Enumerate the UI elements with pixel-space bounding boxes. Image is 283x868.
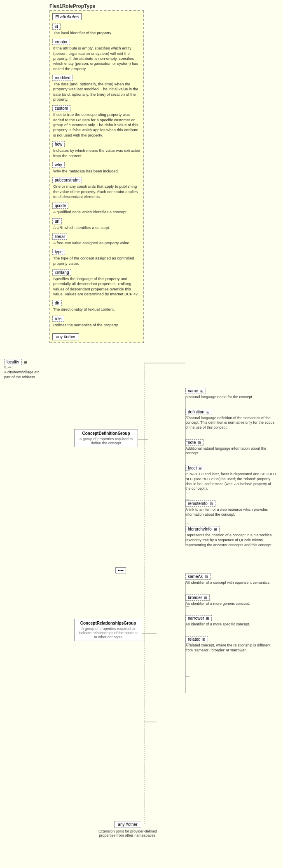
attr-custom: custom If set to true the corresponding … — [52, 105, 141, 138]
attr-custom-desc: If set to true the corresponding propert… — [52, 112, 141, 138]
locality-expand-icon: ⊞ — [24, 360, 27, 364]
right-item-facet: facet ⊞ In NAR 1.8 and later, facet is d… — [185, 465, 276, 491]
attr-creator: creator If the attribute is empty, speci… — [52, 39, 141, 71]
right-item-narrower-label: narrower ⊞ — [185, 615, 212, 621]
right-item-facet-label: facet ⊞ — [185, 465, 204, 471]
attr-xmllang: xmllang Specifies the language of this p… — [52, 269, 141, 297]
concept-relationship-items: sameAs ⊞ An identifier of a concept with… — [185, 573, 276, 658]
any-other-attr: any #other — [52, 331, 141, 340]
right-item-definition-desc: A natural language definition of the sem… — [185, 416, 276, 430]
concept-definition-items: name ⊞ A natural language name for the c… — [185, 388, 276, 552]
attr-role-desc: Refines the semantics of the property. — [52, 323, 141, 328]
attr-how: how Indicates by which means the value w… — [52, 141, 141, 158]
attr-xmllang-label: xmllang — [52, 269, 71, 276]
any-other-bottom: any #other Extension point for provider-… — [95, 821, 161, 837]
right-item-narrower-desc: An identifier of a more specific concept… — [185, 622, 276, 627]
concept-definition-group-label: ConceptDefinitionGroup — [77, 431, 135, 436]
right-item-name-label: name ⊞ — [185, 388, 206, 394]
attr-role-label: role — [52, 316, 64, 322]
right-item-sameas: sameAs ⊞ An identifier of a concept with… — [185, 573, 276, 585]
right-item-name: name ⊞ A natural language name for the c… — [185, 388, 276, 400]
attr-modified: modified The date (and, optionally, the … — [52, 75, 141, 102]
concept-definition-group-desc: A group of properties required to define… — [77, 437, 135, 445]
sameas-expand-icon: ⊞ — [205, 575, 208, 579]
attr-custom-label: custom — [52, 105, 70, 111]
diagram-title: Flex1RolePropType — [49, 3, 95, 9]
attr-literal: literal A free-text value assigned as pr… — [52, 234, 141, 245]
concept-relationships-group-desc: A group of properties required to indica… — [77, 627, 139, 639]
attr-id-desc: The local identifier of the property. — [52, 31, 141, 35]
attr-creator-label: creator — [52, 39, 70, 45]
attr-literal-label: literal — [52, 234, 67, 240]
attr-dir-desc: The directionality of textual content. — [52, 307, 141, 312]
right-item-hierarchyinfo: hierarchyInfo ⊞ Represents the position … — [185, 526, 276, 547]
attr-how-label: how — [52, 141, 65, 147]
right-item-definition-label: definition ⊞ — [185, 409, 212, 415]
right-item-note-label: note ⊞ — [185, 439, 203, 446]
right-item-hierarchyinfo-label: hierarchyInfo ⊞ — [185, 526, 220, 532]
concept-relationships-group-box: ConceptRelationshipsGroup A group of pro… — [74, 619, 142, 641]
right-item-narrower: narrower ⊞ An identifier of a more speci… — [185, 615, 276, 627]
right-item-remoteinfo-desc: A link to an item or a web resource whic… — [185, 507, 276, 517]
right-item-related-label: related ⊞ — [185, 636, 208, 642]
right-item-related-desc: A related concept, where the relationshi… — [185, 643, 276, 653]
name-expand-icon: ⊞ — [200, 389, 203, 393]
attr-type-label: type — [52, 249, 65, 255]
right-item-related: related ⊞ A related concept, where the r… — [185, 636, 276, 653]
note-expand-icon: ⊞ — [198, 441, 201, 445]
attributes-header: attributes — [52, 13, 82, 20]
attr-creator-desc: If the attribute is empty, specifies whi… — [52, 46, 141, 71]
concept-relationship-items-group: sameAs ⊞ An identifier of a concept with… — [185, 573, 276, 658]
concept-definition-group-box: ConceptDefinitionGroup A group of proper… — [74, 429, 138, 447]
attr-qcode-label: qcode — [52, 203, 68, 209]
attr-modified-label: modified — [52, 75, 73, 81]
attr-modified-desc: The date (and, optionally, the time) whe… — [52, 82, 141, 102]
attr-why: why Why the metadata has been included. — [52, 162, 141, 174]
narrower-expand-icon: ⊞ — [206, 616, 209, 620]
broader-expand-icon: ⊞ — [204, 596, 207, 600]
attr-dir: dir The directionality of textual conten… — [52, 300, 141, 312]
attr-qcode-desc: A qualified code which identifies a conc… — [52, 210, 141, 215]
facet-expand-icon: ⊞ — [199, 466, 202, 470]
attr-how-desc: Indicates by which means the value was e… — [52, 148, 141, 158]
attr-uri-desc: A URI which identifies a concept. — [52, 225, 141, 230]
any-other-bottom-label: any #other — [114, 821, 141, 828]
right-item-sameas-desc: An identifier of a concept with equivale… — [185, 580, 276, 585]
attr-type: type The type of the concept assigned as… — [52, 249, 141, 266]
right-item-definition: definition ⊞ A natural language definiti… — [185, 409, 276, 430]
right-item-broader-label: broader ⊞ — [185, 594, 210, 601]
attr-xmllang-desc: Specifies the language of this property … — [52, 276, 141, 297]
right-item-note: note ⊞ Additional natural language infor… — [185, 439, 276, 456]
any-other-bottom-desc: Extension point for provider-defined pro… — [95, 829, 161, 837]
any-other-attr-label: any #other — [52, 333, 79, 340]
attr-uri-label: uri — [52, 218, 62, 224]
attributes-box: attributes id The local identifier of th… — [49, 10, 144, 343]
attr-pubconstraint-desc: One or many constraints that apply to pu… — [52, 184, 141, 199]
definition-expand-icon: ⊞ — [206, 410, 210, 414]
hierarchyinfo-expand-icon: ⊞ — [214, 527, 217, 531]
right-item-remoteinfo-label: remoteInfo ⊞ — [185, 500, 215, 507]
attr-id: id The local identifier of the property. — [52, 24, 141, 35]
attr-type-desc: The type of the concept assigned as cont… — [52, 256, 141, 266]
concept-relationships-group-label: ConceptRelationshipsGroup — [77, 621, 139, 625]
attr-id-label: id — [52, 24, 61, 30]
attr-dir-label: dir — [52, 300, 62, 306]
right-item-note-desc: Additional natural language information … — [185, 446, 276, 456]
attr-pubconstraint-label: pubconstraint — [52, 177, 82, 183]
attr-literal-desc: A free-text value assigned as property v… — [52, 241, 141, 245]
locality-label: locality — [4, 359, 22, 365]
right-item-name-desc: A natural language name for the concept. — [185, 395, 276, 400]
right-item-remoteinfo: remoteInfo ⊞ A link to an item or a web … — [185, 500, 276, 517]
concept-definition-items-group: name ⊞ A natural language name for the c… — [185, 388, 276, 552]
attr-role: role Refines the semantics of the proper… — [52, 316, 141, 328]
locality-description: A city/town/village etc. part of the add… — [4, 370, 41, 380]
attr-qcode: qcode A qualified code which identifies … — [52, 203, 141, 215]
attr-pubconstraint: pubconstraint One or many constraints th… — [52, 177, 141, 199]
connector-dots-symbol: •••• — [115, 567, 126, 573]
related-expand-icon: ⊞ — [202, 637, 206, 642]
locality-box: locality ⊞ 0..∞ A city/town/village etc.… — [4, 359, 41, 380]
right-item-hierarchyinfo-desc: Represents the position of a concept in … — [185, 533, 276, 547]
locality-cardinality: 0..∞ — [4, 365, 41, 369]
diagram-container: Flex1RolePropType attributes id The loca… — [0, 0, 283, 868]
attr-why-desc: Why the metadata has been included. — [52, 169, 141, 174]
